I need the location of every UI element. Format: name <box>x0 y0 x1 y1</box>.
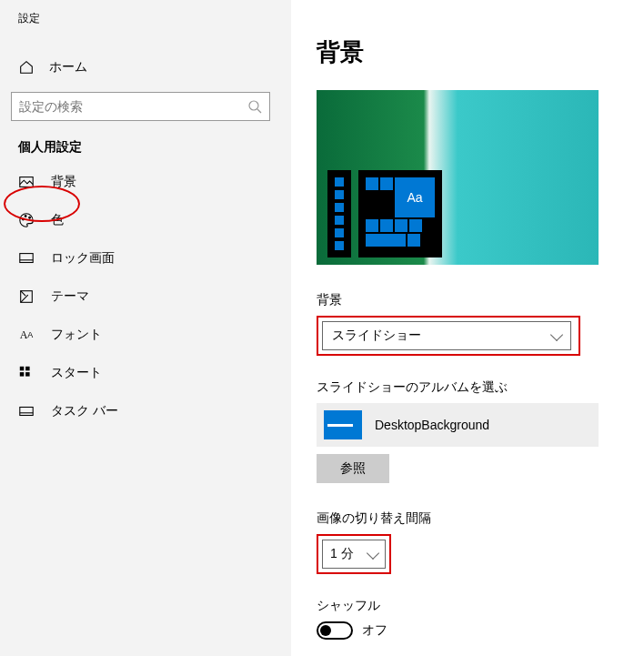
browse-button[interactable]: 参照 <box>317 454 389 483</box>
svg-point-0 <box>249 101 258 110</box>
search-icon <box>247 99 262 114</box>
svg-rect-13 <box>20 408 33 416</box>
svg-point-5 <box>29 217 31 218</box>
window-title: 設定 <box>0 11 291 34</box>
svg-rect-11 <box>20 372 25 377</box>
sidebar-item-label: テーマ <box>51 288 89 305</box>
svg-rect-6 <box>20 254 33 263</box>
sidebar-item-lockscreen[interactable]: ロック画面 <box>0 239 291 278</box>
palette-icon <box>18 212 35 228</box>
settings-sidebar: 設定 ホーム 個人用設定 背景 色 <box>0 0 291 656</box>
sidebar-item-label: タスク バー <box>51 403 118 419</box>
highlight-box: 1 分 <box>317 534 391 574</box>
home-icon <box>18 59 35 76</box>
font-icon: AA <box>18 327 35 343</box>
interval-label: 画像の切り替え間隔 <box>317 510 619 527</box>
sidebar-item-font[interactable]: AA フォント <box>0 316 291 354</box>
taskbar-icon <box>18 403 35 419</box>
chevron-down-icon <box>550 328 563 340</box>
picture-icon <box>18 174 35 190</box>
chevron-down-icon <box>367 546 379 559</box>
background-dropdown[interactable]: スライドショー <box>322 321 571 350</box>
svg-point-3 <box>23 218 25 220</box>
background-preview: Aa <box>317 90 599 265</box>
search-input[interactable] <box>19 99 247 114</box>
home-nav[interactable]: ホーム <box>0 50 291 85</box>
svg-rect-10 <box>25 367 29 371</box>
shuffle-label: シャッフル <box>317 598 619 614</box>
start-icon <box>18 365 35 381</box>
sidebar-item-label: ロック画面 <box>51 250 115 267</box>
svg-rect-9 <box>20 367 25 371</box>
svg-point-4 <box>25 216 26 217</box>
page-title: 背景 <box>317 36 619 68</box>
sidebar-item-theme[interactable]: テーマ <box>0 278 291 316</box>
album-label: スライドショーのアルバムを選ぶ <box>317 379 619 396</box>
search-input-wrap[interactable] <box>11 92 270 121</box>
preview-tile-text: Aa <box>395 177 435 217</box>
folder-icon <box>324 410 362 439</box>
background-field-label: 背景 <box>317 292 619 308</box>
section-header: 個人用設定 <box>0 139 291 163</box>
shuffle-state: オフ <box>362 622 387 639</box>
album-selection[interactable]: DesktopBackground <box>317 403 599 447</box>
sidebar-item-background[interactable]: 背景 <box>0 163 291 201</box>
dropdown-value: 1 分 <box>330 546 354 562</box>
sidebar-item-label: 色 <box>51 212 64 228</box>
album-name: DesktopBackground <box>375 418 489 432</box>
highlight-box: スライドショー <box>317 316 580 356</box>
sidebar-item-color[interactable]: 色 <box>0 201 291 239</box>
home-label: ホーム <box>49 59 87 76</box>
sidebar-item-label: フォント <box>51 327 102 343</box>
sidebar-item-label: スタート <box>51 365 102 381</box>
interval-dropdown[interactable]: 1 分 <box>322 540 386 569</box>
sidebar-item-taskbar[interactable]: タスク バー <box>0 392 291 430</box>
sidebar-item-start[interactable]: スタート <box>0 354 291 392</box>
svg-line-1 <box>257 109 261 113</box>
lockscreen-icon <box>18 250 35 267</box>
content-pane: 背景 Aa 背景 <box>291 0 644 656</box>
dropdown-value: スライドショー <box>332 328 421 344</box>
theme-icon <box>18 288 35 305</box>
svg-rect-12 <box>25 372 29 377</box>
sidebar-item-label: 背景 <box>51 174 76 190</box>
shuffle-toggle[interactable] <box>317 621 353 640</box>
